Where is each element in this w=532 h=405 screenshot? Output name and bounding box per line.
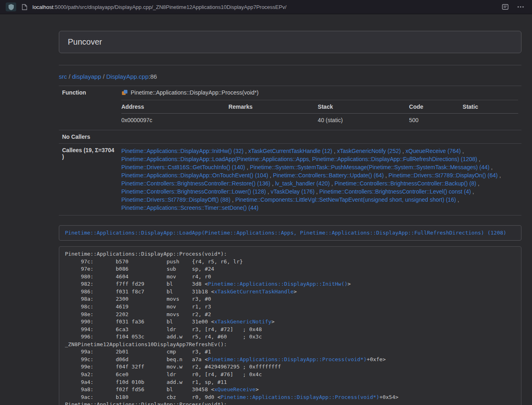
app-header: Puncover xyxy=(59,31,521,53)
callee-link[interactable]: Pinetime::Drivers::St7789::DisplayOff() … xyxy=(121,196,230,203)
function-label: Function xyxy=(59,86,118,130)
no-callers-row: No Callers xyxy=(59,130,521,144)
callee-separator: , xyxy=(489,164,493,170)
no-callers-label: No Callers xyxy=(59,130,118,144)
callee-separator: , xyxy=(266,188,271,195)
column-header-stack: Stack xyxy=(318,100,409,114)
callee-separator: , xyxy=(230,196,235,203)
column-header-static: Static xyxy=(463,100,518,114)
breadcrumb-separator: / xyxy=(67,73,72,80)
browser-toolbar: localhost:5000/path/src/displayapp/Displ… xyxy=(0,0,532,14)
overflow-menu-icon[interactable] xyxy=(515,2,526,12)
assembly-symbol-link[interactable]: xQueueReceive xyxy=(214,386,256,392)
breadcrumb-separator: / xyxy=(101,73,106,80)
callee-link[interactable]: xTaskGetCurrentTaskHandle (12) xyxy=(248,148,332,154)
callee-link[interactable]: Pinetime::Controllers::BrightnessControl… xyxy=(319,188,471,195)
page-title: Puncover xyxy=(68,37,102,47)
stack-cell: 40 (static) xyxy=(318,114,409,127)
callee-separator: , xyxy=(461,148,464,154)
function-table: Function Pinetime::Applications::Display… xyxy=(59,86,521,215)
callee-link[interactable]: xQueueReceive (764) xyxy=(405,148,461,154)
callee-separator: , xyxy=(401,148,406,154)
callee-separator: , xyxy=(314,188,319,195)
callee-separator: , xyxy=(477,156,480,162)
callee-separator: , xyxy=(268,172,273,179)
callee-link[interactable]: Pinetime::Applications::DisplayApp::Load… xyxy=(121,156,477,162)
assembly-symbol-link[interactable]: xTaskGenericNotify xyxy=(214,319,271,325)
callee-separator: , xyxy=(476,180,480,187)
url-host: localhost xyxy=(32,4,53,10)
callee-separator: , xyxy=(471,188,474,195)
callee-link[interactable]: Pinetime::Applications::Screens::Timer::… xyxy=(121,205,258,211)
assembly-symbol-link[interactable]: Pinetime::Applications::DisplayApp::Proc… xyxy=(208,356,366,362)
header-divider xyxy=(59,65,521,65)
column-header-address: Address xyxy=(121,100,228,114)
callee-separator: , xyxy=(332,148,337,154)
breadcrumb: src / displayapp / DisplayApp.cpp:86 xyxy=(59,73,521,80)
assembly-symbol-link[interactable]: Pinetime::Applications::DisplayApp::Init… xyxy=(208,281,347,287)
no-callers-cell xyxy=(118,130,521,144)
callee-separator: , xyxy=(384,172,389,179)
callees-row: Callees (19, Σ=3704 ) Pinetime::Applicat… xyxy=(59,144,521,215)
selected-callee-link[interactable]: Pinetime::Applications::DisplayApp::Load… xyxy=(65,230,506,236)
callee-link[interactable]: Pinetime::Drivers::St7789::DisplayOn() (… xyxy=(388,172,498,179)
url-bar[interactable]: localhost:5000/path/src/displayapp/Displ… xyxy=(32,4,495,10)
page-container: Puncover src / displayapp / DisplayApp.c… xyxy=(59,14,521,405)
callee-separator: , xyxy=(498,172,501,179)
function-name: Pinetime::Applications::DisplayApp::Proc… xyxy=(131,89,258,96)
reader-mode-icon[interactable] xyxy=(500,2,511,12)
callees-cell: Pinetime::Applications::DisplayApp::Init… xyxy=(118,144,521,215)
document-glyph xyxy=(22,4,27,10)
callee-link[interactable]: Pinetime::Applications::DisplayApp::Init… xyxy=(121,148,243,154)
code-cell: 500 xyxy=(409,114,463,127)
static-cell xyxy=(463,114,518,127)
breadcrumb-link[interactable]: DisplayApp.cpp xyxy=(106,73,149,80)
breadcrumb-line-number: :86 xyxy=(149,73,157,80)
shield-icon[interactable] xyxy=(6,2,16,11)
selected-callee-panel: Pinetime::Applications::DisplayApp::Load… xyxy=(59,225,521,241)
callee-link[interactable]: Pinetime::Drivers::Cst816S::GetTouchInfo… xyxy=(121,164,245,170)
assembly-symbol-link[interactable]: xTaskGetCurrentTaskHandle xyxy=(214,289,294,295)
page-icon[interactable] xyxy=(20,2,28,12)
assembly-symbol-link[interactable]: Pinetime::Applications::DisplayApp::Proc… xyxy=(221,394,379,400)
shield-glyph xyxy=(9,4,14,10)
address-cell: 0x0000097c xyxy=(121,114,228,127)
callee-link[interactable]: Pinetime::Components::LittleVgl::SetNewT… xyxy=(235,196,456,203)
function-stats-row: 0x0000097c 40 (static) 500 xyxy=(121,114,518,127)
callee-separator: , xyxy=(270,180,275,187)
callees-label: Callees (19, Σ=3704 ) xyxy=(59,144,118,215)
callee-link[interactable]: Pinetime::System::SystemTask::PushMessag… xyxy=(250,164,490,170)
callee-separator: , xyxy=(245,164,250,170)
reader-glyph xyxy=(502,4,508,10)
callee-link[interactable]: Pinetime::Controllers::BrightnessControl… xyxy=(334,180,476,187)
ellipsis-glyph xyxy=(517,6,524,8)
assembly-code: Pinetime::Applications::DisplayApp::Proc… xyxy=(59,246,521,405)
column-header-code: Code xyxy=(409,100,463,114)
callee-separator: , xyxy=(330,180,335,187)
callee-link[interactable]: xTaskGenericNotify (252) xyxy=(337,148,401,154)
breadcrumb-link[interactable]: displayapp xyxy=(72,73,101,80)
remarks-cell xyxy=(228,114,318,127)
callee-link[interactable]: vTaskDelay (176) xyxy=(271,188,314,195)
callee-link[interactable]: Pinetime::Controllers::Battery::Update()… xyxy=(273,172,384,179)
breadcrumb-link[interactable]: src xyxy=(59,73,67,80)
function-stats-table: Address Remarks Stack Code Static 0x0000… xyxy=(121,100,518,127)
callee-link[interactable]: Pinetime::Applications::DisplayApp::OnTo… xyxy=(121,172,268,179)
callee-link[interactable]: Pinetime::Controllers::BrightnessControl… xyxy=(121,188,266,195)
column-header-remarks: Remarks xyxy=(228,100,318,114)
callee-separator: , xyxy=(243,148,248,154)
function-row: Function Pinetime::Applications::Display… xyxy=(59,86,521,130)
callee-link[interactable]: lv_task_handler (420) xyxy=(275,180,330,187)
callee-separator: , xyxy=(456,196,459,203)
function-icon xyxy=(121,89,128,96)
breadcrumb-links: src / displayapp / DisplayApp.cpp xyxy=(59,73,149,80)
url-path: :5000/path/src/displayapp/DisplayApp.cpp… xyxy=(53,4,286,10)
callee-link[interactable]: Pinetime::Controllers::BrightnessControl… xyxy=(121,180,270,187)
